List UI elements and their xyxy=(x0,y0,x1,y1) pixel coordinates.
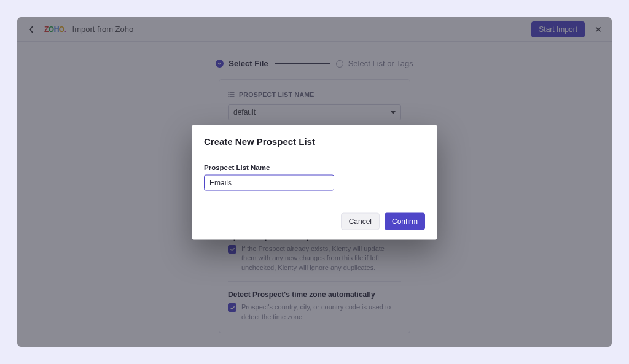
modal-actions: Cancel Confirm xyxy=(204,212,425,230)
prospect-list-name-input[interactable] xyxy=(204,174,334,190)
prospect-list-name-label: Prospect List Name xyxy=(204,163,425,171)
outer-frame: ZOHO. Import from Zoho Start Import ✕ Se… xyxy=(0,0,629,364)
confirm-button[interactable]: Confirm xyxy=(385,212,425,230)
modal-title: Create New Prospect List xyxy=(204,136,425,146)
cancel-button[interactable]: Cancel xyxy=(341,212,380,230)
app-window: ZOHO. Import from Zoho Start Import ✕ Se… xyxy=(17,17,612,347)
create-prospect-list-modal: Create New Prospect List Prospect List N… xyxy=(192,125,437,239)
